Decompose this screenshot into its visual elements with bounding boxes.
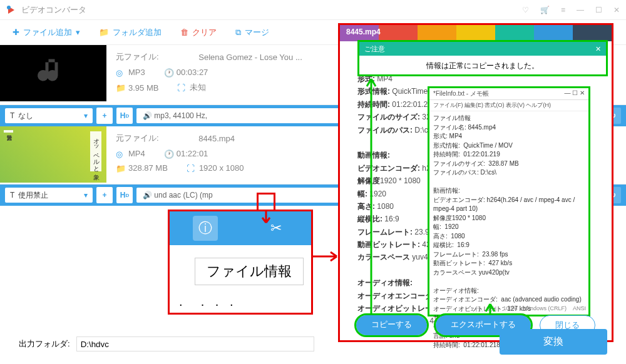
info-icon-big: ⓘ bbox=[193, 216, 218, 241]
format-icon: ◎ bbox=[116, 149, 125, 158]
clear-button[interactable]: 🗑クリア bbox=[180, 27, 217, 38]
cart-icon[interactable]: 🛒 bbox=[540, 6, 550, 14]
dots: . . . . bbox=[179, 295, 311, 309]
convert-button[interactable]: 変換 bbox=[500, 329, 607, 355]
modal-message: 情報は正常にコピーされました。 bbox=[359, 56, 606, 76]
source-name: 8445.mp4 bbox=[198, 134, 235, 143]
subtitle-select[interactable]: Tなし▾ bbox=[5, 108, 93, 123]
highlight-info-button bbox=[257, 193, 275, 211]
subtitle-select[interactable]: T使用禁止▾ bbox=[5, 188, 93, 203]
add-button[interactable]: + bbox=[96, 108, 113, 124]
clock-icon: 🕐 bbox=[164, 68, 173, 77]
plus-icon: ✚ bbox=[13, 28, 19, 37]
thumbnail[interactable] bbox=[0, 45, 106, 101]
source-label: 元ファイル: bbox=[116, 133, 159, 144]
svg-point-0 bbox=[7, 6, 11, 9]
merge-button[interactable]: ⧉マージ bbox=[235, 27, 269, 38]
zoom-callout: ⓘ ✂ ファイル情報 . . . . bbox=[168, 210, 313, 315]
source-name: Selena Gomez - Lose You ... bbox=[198, 53, 302, 62]
h-button[interactable]: HD bbox=[116, 108, 133, 124]
source-label: 元ファイル: bbox=[116, 51, 159, 63]
close-icon[interactable]: ✕ bbox=[595, 45, 601, 53]
app-title: ビデオコンバータ bbox=[21, 4, 522, 16]
notepad-window: *FileInfo.txt - メモ帳— ☐ ✕ ファイル(F) 編集(E) 書… bbox=[428, 86, 590, 316]
merge-icon: ⧉ bbox=[235, 28, 241, 38]
add-file-button[interactable]: ✚ファイル追加▾ bbox=[13, 27, 80, 38]
chevron-down-icon: ▾ bbox=[76, 28, 80, 37]
tooltip-label: ファイル情報 bbox=[195, 258, 304, 285]
copy-button[interactable]: コピーする bbox=[356, 315, 427, 335]
trash-icon: 🗑 bbox=[180, 28, 188, 37]
format-icon: ◎ bbox=[116, 68, 125, 77]
arrow-icon bbox=[313, 250, 341, 263]
info-filename: 8445.mp4 bbox=[346, 28, 381, 36]
minimize-icon[interactable]: — bbox=[577, 6, 584, 14]
copy-success-modal: ご注意✕ 情報は正常にコピーされました。 bbox=[357, 40, 608, 76]
dimensions-icon: ⛶ bbox=[187, 164, 195, 173]
dimensions-icon: ⛶ bbox=[177, 83, 186, 92]
output-folder-label: 出力フォルダ: bbox=[19, 338, 70, 350]
h-button[interactable]: HD bbox=[116, 187, 133, 203]
add-button[interactable]: + bbox=[96, 187, 113, 203]
arrow-icon bbox=[365, 75, 377, 325]
maximize-icon[interactable]: ☐ bbox=[595, 6, 602, 14]
folder-icon: 📁 bbox=[116, 164, 125, 173]
window-controls[interactable]: — ☐ ✕ bbox=[564, 89, 585, 98]
notepad-menu[interactable]: ファイル(F) 編集(E) 書式(O) 表示(V) ヘルプ(H) bbox=[429, 100, 588, 111]
menu-icon[interactable]: ≡ bbox=[561, 6, 565, 14]
window-controls: ♡ 🛒 ≡ — ☐ ✕ bbox=[522, 6, 620, 14]
arrow-icon bbox=[260, 210, 279, 229]
close-icon[interactable]: ✕ bbox=[613, 6, 620, 14]
app-logo bbox=[6, 5, 16, 15]
folder-icon: 📁 bbox=[116, 83, 125, 92]
clock-icon: 🕐 bbox=[164, 149, 173, 158]
notepad-title: *FileInfo.txt - メモ帳 bbox=[433, 89, 489, 98]
output-folder-input[interactable] bbox=[76, 336, 314, 351]
file-info-panel: 8445.mp4 ご注意✕ 情報は正常にコピーされました。 形式: MP4 形式… bbox=[338, 23, 613, 342]
thumbnail[interactable]: オッペルと象宮沢賢治 bbox=[0, 126, 106, 183]
add-folder-button[interactable]: 📁フォルダ追加 bbox=[99, 27, 162, 38]
modal-title: ご注意 bbox=[364, 44, 385, 54]
heart-icon[interactable]: ♡ bbox=[522, 6, 529, 14]
folder-icon: 📁 bbox=[99, 28, 109, 37]
